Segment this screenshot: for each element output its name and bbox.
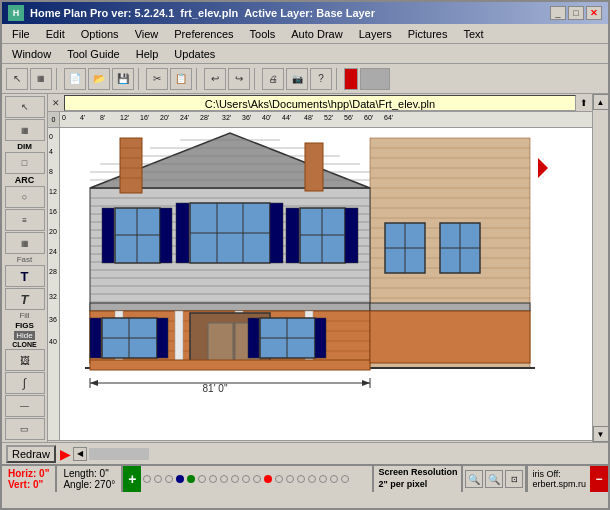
toolbar-help[interactable]: ? xyxy=(310,68,332,90)
main-toolbar: ↖ ▦ 📄 📂 💾 ✂ 📋 ↩ ↪ 🖨 📷 ? xyxy=(2,64,608,94)
svg-rect-72 xyxy=(90,303,370,311)
svg-rect-70 xyxy=(286,208,299,263)
toolbar-new[interactable]: 📄 xyxy=(64,68,86,90)
tool-image[interactable]: 🖼 xyxy=(5,349,45,371)
svg-rect-97 xyxy=(90,360,370,370)
tool-rectangle[interactable]: □ xyxy=(5,152,45,174)
tool-circle[interactable]: ○ xyxy=(5,186,45,208)
ruler-left-4: 4 xyxy=(49,148,53,155)
tool-wall[interactable]: ≡ xyxy=(5,209,45,231)
toolbar-cut[interactable]: ✂ xyxy=(146,68,168,90)
svg-rect-55 xyxy=(305,143,323,191)
menu-layers[interactable]: Layers xyxy=(351,26,400,42)
close-button[interactable]: ✕ xyxy=(586,6,602,20)
minimize-button[interactable]: _ xyxy=(550,6,566,20)
menu-bar: File Edit Options View Preferences Tools… xyxy=(2,24,608,44)
tool-clone[interactable]: CLONE xyxy=(12,341,37,348)
tool-panel[interactable]: ▦ xyxy=(5,232,45,254)
vert-label: Vert: 0" xyxy=(8,479,49,490)
toolbar-copy[interactable]: 📋 xyxy=(170,68,192,90)
menu-help[interactable]: Help xyxy=(128,46,167,62)
scroll-down-button[interactable]: ▼ xyxy=(593,426,609,442)
right-scrollbar: ▲ ▼ xyxy=(592,94,608,442)
menu-view[interactable]: View xyxy=(127,26,167,42)
toolbar-camera[interactable]: 📷 xyxy=(286,68,308,90)
hscroll-track[interactable] xyxy=(89,448,149,460)
svg-rect-94 xyxy=(248,318,259,358)
menu-options[interactable]: Options xyxy=(73,26,127,42)
menu-updates[interactable]: Updates xyxy=(166,46,223,62)
toolbar-open[interactable]: 📂 xyxy=(88,68,110,90)
tool-text[interactable]: T xyxy=(5,265,45,287)
redraw-button[interactable]: Redraw xyxy=(6,445,56,463)
toolbar-multiselect[interactable]: ▦ xyxy=(30,68,52,90)
menu-tools[interactable]: Tools xyxy=(242,26,284,42)
maximize-button[interactable]: □ xyxy=(568,6,584,20)
toolbar-save[interactable]: 💾 xyxy=(112,68,134,90)
toolbar-redo[interactable]: ↪ xyxy=(228,68,250,90)
menu-edit[interactable]: Edit xyxy=(38,26,73,42)
zoom-out-button[interactable]: 🔍 xyxy=(485,470,503,488)
ruler-left-36: 36 xyxy=(49,316,57,323)
house-drawing: 81' 0" xyxy=(60,128,550,408)
tool-fast-label: Fast xyxy=(17,255,33,264)
ruler-scale: 0 4' 8' 12' 16' 20' 24' 28' 32' 36' 40' … xyxy=(60,112,592,127)
svg-rect-86 xyxy=(157,318,168,358)
svg-rect-60 xyxy=(160,208,172,263)
toolbar-extra2[interactable] xyxy=(360,68,390,90)
menu-window[interactable]: Window xyxy=(4,46,59,62)
scroll-right-button[interactable]: ▶ xyxy=(576,442,592,443)
svg-rect-115 xyxy=(370,303,530,311)
menu-preferences[interactable]: Preferences xyxy=(166,26,241,42)
svg-marker-102 xyxy=(362,380,370,386)
canvas[interactable]: 0 4 8 12 16 20 24 28 32 36 40 xyxy=(48,128,592,440)
zoom-in-button[interactable]: 🔍 xyxy=(465,470,483,488)
drawing-area[interactable]: ✕ C:\Users\Aks\Documents\hpp\Data\Frt_el… xyxy=(48,94,592,442)
minus-button[interactable]: − xyxy=(590,466,608,492)
ruler-mark-12: 12' xyxy=(120,114,129,121)
menu-pictures[interactable]: Pictures xyxy=(400,26,456,42)
toolbar-extra1[interactable] xyxy=(344,68,358,90)
dot-4 xyxy=(176,475,184,483)
position-section: Horiz: 0" Vert: 0" xyxy=(2,466,57,492)
menu-toolguide[interactable]: Tool Guide xyxy=(59,46,128,62)
menu-autodraw[interactable]: Auto Draw xyxy=(283,26,350,42)
ruler-left-0: 0 xyxy=(49,133,53,140)
ruler-mark-20: 20' xyxy=(160,114,169,121)
dot-5 xyxy=(187,475,195,483)
svg-rect-79 xyxy=(175,311,183,363)
bottom-scrollbar[interactable]: ◀ ▶ xyxy=(48,440,592,442)
screen-res-label: Screen Resolution xyxy=(378,467,457,479)
tool-text-bold[interactable]: T xyxy=(5,288,45,310)
scroll-left-button[interactable]: ◀ xyxy=(48,442,64,443)
ruler-mark-48: 48' xyxy=(304,114,313,121)
ruler-left-40: 40 xyxy=(49,338,57,345)
main-area: ↖ ▦ DIM □ ARC ○ ≡ ▦ Fast T T Fill FIGS H… xyxy=(2,94,608,442)
app-title: Home Plan Pro ver: 5.2.24.1 xyxy=(30,7,174,19)
tool-select[interactable]: ↖ xyxy=(5,96,45,118)
zoom-fit-button[interactable]: ⊡ xyxy=(505,470,523,488)
toolbar-undo[interactable]: ↩ xyxy=(204,68,226,90)
title-bar: H Home Plan Pro ver: 5.2.24.1 frt_elev.p… xyxy=(2,2,608,24)
tool-hide[interactable]: Hide xyxy=(14,331,34,340)
ruler-mark-64: 64' xyxy=(384,114,393,121)
left-toolbar: ↖ ▦ DIM □ ARC ○ ≡ ▦ Fast T T Fill FIGS H… xyxy=(2,94,48,442)
ruler-mark-44: 44' xyxy=(282,114,291,121)
toolbar-select[interactable]: ↖ xyxy=(6,68,28,90)
tool-box[interactable]: ▭ xyxy=(5,418,45,440)
horiz-label: Horiz: 0" xyxy=(8,468,49,479)
tool-region[interactable]: ▦ xyxy=(5,119,45,141)
menu-text[interactable]: Text xyxy=(455,26,491,42)
svg-rect-50 xyxy=(120,138,142,193)
hscroll-left[interactable]: ◀ xyxy=(73,447,87,461)
file-name: frt_elev.pln xyxy=(180,7,238,19)
right-info-1: iris Off: xyxy=(532,469,586,479)
menu-file[interactable]: File xyxy=(4,26,38,42)
add-button[interactable]: + xyxy=(123,466,141,492)
toolbar-print[interactable]: 🖨 xyxy=(262,68,284,90)
tool-spline[interactable]: ∫ xyxy=(5,372,45,394)
length-label: Length: 0" xyxy=(63,468,115,479)
tool-line[interactable]: — xyxy=(5,395,45,417)
scroll-up-button[interactable]: ▲ xyxy=(593,94,609,110)
drawing-close-icon[interactable]: ✕ xyxy=(52,98,60,108)
